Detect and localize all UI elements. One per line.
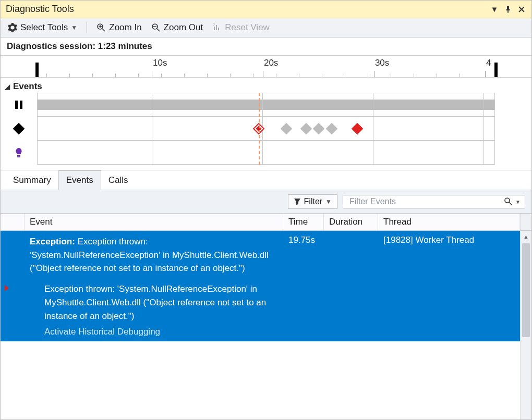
gear-icon [8, 23, 17, 32]
zoom-out-button[interactable]: Zoom Out [149, 21, 205, 34]
svg-rect-4 [17, 156, 20, 157]
titlebar: Diagnostic Tools ▼ [1, 1, 531, 18]
events-section: ◢ Events [1, 78, 531, 170]
reset-view-icon: ? [212, 23, 222, 32]
toolbar: Select Tools ▼ Zoom In Zoom Out ? Reset … [1, 18, 531, 38]
events-section-title: Events [13, 81, 42, 92]
session-value: 1:23 minutes [98, 41, 152, 51]
timeline-lanes [1, 93, 531, 165]
event-marker[interactable] [312, 122, 324, 134]
bulb-icon [1, 141, 37, 165]
reset-view-label: Reset View [225, 22, 270, 33]
break-bar [38, 100, 494, 110]
events-section-header[interactable]: ◢ Events [1, 79, 531, 93]
timeline-ruler[interactable]: 10s20s30s4 [1, 56, 531, 78]
lane-events-track[interactable] [37, 117, 495, 141]
col-header-time[interactable]: Time [283, 214, 324, 230]
event-marker[interactable] [300, 122, 312, 134]
zoom-out-icon [151, 23, 161, 32]
event-marker[interactable] [281, 122, 293, 134]
event-marker[interactable] [326, 122, 338, 134]
toolbar-separator [87, 22, 87, 33]
detail-tabs: Summary Events Calls [1, 170, 531, 190]
scroll-thumb[interactable] [522, 243, 530, 337]
session-info: Diagnostics session: 1:23 minutes [1, 38, 531, 56]
grid-header: Event Time Duration Thread [1, 214, 531, 231]
scroll-up-icon[interactable]: ▲ [521, 231, 531, 242]
filter-search[interactable]: ▼ [343, 195, 525, 208]
tab-summary[interactable]: Summary [6, 171, 58, 190]
filter-input[interactable] [348, 196, 502, 207]
window-title: Diagnostic Tools [6, 4, 486, 15]
zoom-in-label: Zoom In [109, 22, 141, 33]
zoom-in-icon [96, 23, 106, 32]
activate-historical-debugging-link[interactable]: Activate Historical Debugging [44, 327, 278, 337]
lane-break [1, 93, 531, 117]
search-icon[interactable] [502, 197, 514, 207]
event-marker[interactable] [352, 122, 364, 134]
zoom-in-button[interactable]: Zoom In [94, 21, 143, 34]
filter-bar: Filter ▼ ▼ [1, 190, 531, 214]
session-label: Diagnostics session: [7, 41, 95, 51]
cell-thread: [19828] Worker Thread [378, 231, 520, 341]
svg-rect-3 [17, 155, 20, 156]
cell-time: 19.75s [283, 231, 324, 341]
cell-event: Exception: Exception thrown: 'System.Nul… [25, 231, 283, 341]
select-tools-button[interactable]: Select Tools ▼ [6, 21, 79, 34]
tab-events[interactable]: Events [58, 170, 101, 190]
lane-break-track[interactable] [37, 93, 495, 117]
funnel-icon [294, 198, 301, 205]
filter-button-label: Filter [304, 197, 323, 206]
dropdown-menu-icon[interactable]: ▼ [490, 5, 499, 14]
diagnostic-tools-window: Diagnostic Tools ▼ Select Tools ▼ Zoom I… [0, 0, 532, 420]
event-detail-text: Exception thrown: 'System.NullReferenceE… [44, 282, 278, 324]
lane-events [1, 117, 531, 141]
vertical-scrollbar[interactable]: ▲ [520, 231, 531, 419]
event-prefix: Exception: [30, 237, 75, 246]
chevron-down-icon: ▼ [325, 198, 332, 205]
chevron-down-icon: ▼ [71, 24, 77, 31]
svg-text:?: ? [213, 23, 215, 27]
filter-button[interactable]: Filter ▼ [288, 194, 337, 209]
grid-header-gutter [1, 214, 25, 230]
col-header-duration[interactable]: Duration [324, 214, 378, 230]
close-icon[interactable] [517, 5, 526, 14]
grid-body: Exception: Exception thrown: 'System.Nul… [1, 231, 531, 419]
cell-duration [324, 231, 378, 341]
pin-icon[interactable] [503, 5, 513, 14]
grid-rows: Exception: Exception thrown: 'System.Nul… [1, 231, 520, 419]
collapse-caret-icon: ◢ [5, 83, 10, 91]
select-tools-label: Select Tools [20, 22, 68, 33]
reset-view-button[interactable]: ? Reset View [210, 21, 272, 34]
diamond-icon [1, 117, 37, 141]
search-dropdown-icon[interactable]: ▼ [514, 199, 522, 205]
zoom-out-label: Zoom Out [164, 22, 203, 33]
row-gutter [1, 231, 25, 341]
tab-calls[interactable]: Calls [101, 171, 136, 190]
col-header-event[interactable]: Event [25, 214, 283, 230]
scroll-gutter [520, 214, 531, 230]
pause-icon [1, 93, 37, 117]
lane-intellitrace-track[interactable] [37, 141, 495, 165]
lane-intellitrace [1, 141, 531, 165]
svg-point-5 [505, 198, 510, 203]
col-header-thread[interactable]: Thread [378, 214, 520, 230]
table-row[interactable]: Exception: Exception thrown: 'System.Nul… [1, 231, 520, 341]
